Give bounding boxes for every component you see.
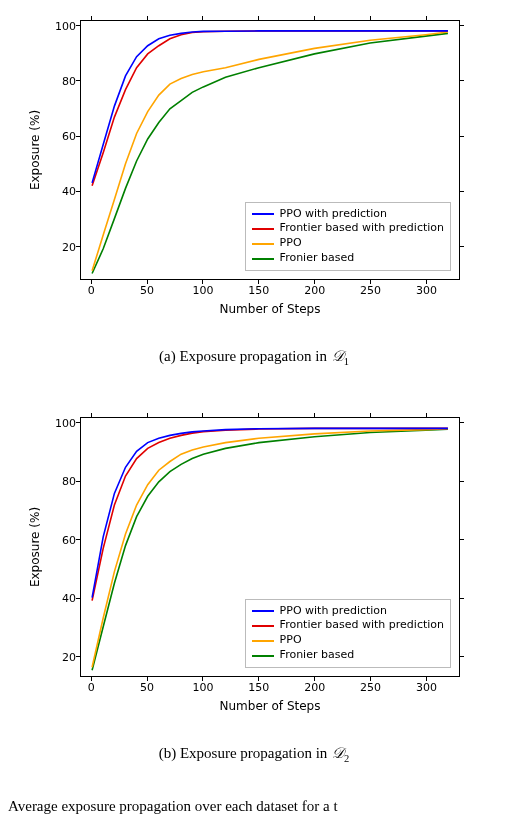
truncated-caption: Average exposure propagation over each d… [0,794,508,815]
subcaption-b: (b) Exposure propagation in 𝒟2 [20,745,488,764]
caption-sub: 1 [344,356,349,367]
plot-d1: PPO with prediction Frontier based with … [20,10,488,330]
plot-area-d2: PPO with prediction Frontier based with … [80,417,460,677]
legend-label: Frontier based with prediction [280,618,444,633]
legend-swatch [252,243,274,245]
legend-label: PPO [280,633,302,648]
caption-symbol: 𝒟 [331,745,344,761]
legend-swatch [252,228,274,230]
x-axis-label: Number of Steps [80,302,460,316]
legend-item: PPO with prediction [252,207,444,222]
legend-item: Fronier based [252,648,444,663]
y-axis-label: Exposure (%) [28,507,42,587]
plot-area-d1: PPO with prediction Frontier based with … [80,20,460,280]
legend-swatch [252,655,274,657]
legend-swatch [252,213,274,215]
legend-item: Fronier based [252,251,444,266]
legend-swatch [252,640,274,642]
subcaption-a: (a) Exposure propagation in 𝒟1 [20,348,488,367]
figure-d2: PPO with prediction Frontier based with … [0,397,508,764]
caption-text: (a) Exposure propagation in [159,348,331,364]
legend-item: Frontier based with prediction [252,221,444,236]
legend-d1: PPO with prediction Frontier based with … [245,202,451,271]
legend-label: Fronier based [280,251,355,266]
figure-d1: PPO with prediction Frontier based with … [0,0,508,367]
legend-item: PPO [252,633,444,648]
legend-d2: PPO with prediction Frontier based with … [245,599,451,668]
legend-item: PPO with prediction [252,604,444,619]
x-axis-label: Number of Steps [80,699,460,713]
legend-label: PPO [280,236,302,251]
legend-label: Frontier based with prediction [280,221,444,236]
caption-symbol: 𝒟 [331,348,344,364]
legend-swatch [252,610,274,612]
y-axis-label: Exposure (%) [28,110,42,190]
plot-d2: PPO with prediction Frontier based with … [20,407,488,727]
legend-item: PPO [252,236,444,251]
legend-swatch [252,625,274,627]
caption-sub: 2 [344,753,349,764]
legend-label: PPO with prediction [280,207,387,222]
legend-label: Fronier based [280,648,355,663]
legend-label: PPO with prediction [280,604,387,619]
legend-swatch [252,258,274,260]
caption-text: (b) Exposure propagation in [159,745,331,761]
legend-item: Frontier based with prediction [252,618,444,633]
